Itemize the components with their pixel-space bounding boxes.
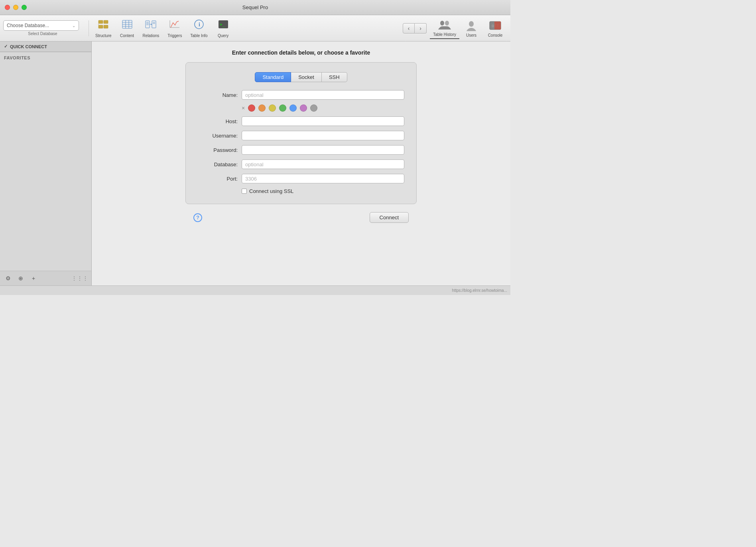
svg-rect-11 [146, 21, 150, 28]
clear-color-button[interactable]: × [242, 105, 245, 111]
color-dot-gray[interactable] [310, 104, 317, 112]
console-button[interactable]: off Console [483, 18, 507, 39]
sidebar-bottom: ⚙ ⊕ + ⋮⋮⋮ [0, 271, 91, 285]
structure-label: Structure [95, 33, 112, 38]
svg-rect-1 [104, 20, 108, 24]
database-selector-wrap: Choose Database... ⌄ Select Database [3, 20, 82, 36]
triggers-button[interactable]: Triggers [164, 18, 185, 39]
username-input[interactable] [242, 131, 404, 140]
query-icon: >_ [218, 19, 229, 32]
host-row: Host: [198, 116, 404, 126]
sidebar: ✓ QUICK CONNECT FAVORITES ⚙ ⊕ + ⋮⋮⋮ [0, 41, 92, 285]
query-label: Query [218, 33, 228, 38]
database-selector[interactable]: Choose Database... ⌄ [3, 20, 79, 31]
resize-handle[interactable]: ⋮⋮⋮ [71, 275, 88, 281]
content-header: Enter connection details below, or choos… [92, 41, 510, 62]
users-button[interactable]: Users [459, 18, 483, 39]
ssl-checkbox[interactable] [242, 189, 247, 194]
color-dot-blue[interactable] [289, 104, 297, 112]
add-db-button[interactable]: ⊕ [16, 274, 26, 283]
status-bar: https://blog.elrnr.se/howtoima... [0, 285, 510, 295]
host-input[interactable] [242, 116, 404, 126]
color-dot-yellow[interactable] [269, 104, 276, 112]
color-dot-purple[interactable] [300, 104, 307, 112]
tab-switcher: Standard Socket SSH [198, 72, 404, 82]
database-selector-label: Select Database [28, 31, 57, 36]
users-label: Users [466, 33, 476, 37]
structure-button[interactable]: Structure [92, 18, 115, 39]
checkmark-icon: ✓ [4, 44, 8, 49]
query-button[interactable]: >_ Query [213, 18, 234, 39]
name-row: Name: [198, 90, 404, 100]
ssl-row: Connect using SSL [242, 188, 404, 194]
add-button[interactable]: + [29, 274, 38, 283]
quick-connect-label: QUICK CONNECT [10, 44, 47, 49]
triggers-label: Triggers [167, 33, 182, 38]
add-db-icon: ⊕ [18, 275, 23, 281]
svg-rect-12 [152, 21, 156, 28]
content-button[interactable]: Content [116, 18, 138, 39]
connection-panel: Standard Socket SSH Name: × [185, 62, 417, 204]
svg-text:>_: >_ [220, 22, 225, 27]
gear-icon: ⚙ [6, 275, 11, 281]
tab-standard[interactable]: Standard [255, 72, 291, 82]
relations-icon [145, 19, 156, 32]
svg-point-28 [469, 21, 474, 27]
form-actions: ? Connect [185, 212, 417, 223]
structure-icon [98, 19, 109, 32]
relations-button[interactable]: Relations [140, 18, 163, 39]
close-button[interactable] [5, 5, 10, 10]
color-dot-orange[interactable] [258, 104, 266, 112]
nav-prev-button[interactable]: ‹ [403, 23, 415, 33]
content-area: Enter connection details below, or choos… [92, 41, 510, 285]
database-label: Database: [198, 161, 238, 167]
resize-icon: ⋮⋮⋮ [71, 275, 88, 281]
app-title: Sequel Pro [242, 4, 268, 10]
color-dot-red[interactable] [248, 104, 255, 112]
favorites-label: FAVORITES [0, 52, 91, 63]
database-selector-text: Choose Database... [7, 23, 49, 28]
port-input[interactable] [242, 174, 404, 183]
svg-point-26 [440, 21, 444, 26]
status-url: https://blog.elrnr.se/howtoima... [452, 288, 507, 293]
username-label: Username: [198, 133, 238, 139]
maximize-button[interactable] [22, 5, 27, 10]
name-input[interactable] [242, 90, 404, 100]
plus-icon: + [32, 275, 35, 281]
main-area: ✓ QUICK CONNECT FAVORITES ⚙ ⊕ + ⋮⋮⋮ Ente… [0, 41, 510, 285]
nav-next-button[interactable]: › [415, 23, 427, 33]
window-controls[interactable] [5, 5, 27, 10]
minimize-button[interactable] [13, 5, 18, 10]
svg-rect-0 [98, 20, 103, 24]
svg-point-27 [445, 21, 449, 26]
tableinfo-button[interactable]: i Table Info [187, 18, 211, 39]
help-button[interactable]: ? [193, 213, 202, 222]
triggers-icon [169, 19, 180, 32]
color-dot-green[interactable] [279, 104, 286, 112]
users-icon [438, 19, 451, 31]
console-label: Console [488, 33, 503, 37]
port-label: Port: [198, 176, 238, 182]
name-label: Name: [198, 92, 238, 98]
table-history-button[interactable]: Table History [430, 18, 459, 39]
console-icon: off [489, 21, 502, 32]
toolbar-right: ‹ › Table History Users [403, 18, 507, 39]
connection-form-wrap: Standard Socket SSH Name: × [92, 62, 510, 285]
table-history-label: Table History [433, 32, 456, 37]
database-input[interactable] [242, 159, 404, 169]
username-row: Username: [198, 131, 404, 140]
chevron-down-icon: ⌄ [72, 24, 75, 28]
gear-button[interactable]: ⚙ [3, 274, 13, 283]
tab-socket[interactable]: Socket [291, 72, 322, 82]
connect-button[interactable]: Connect [370, 212, 409, 223]
tab-ssh[interactable]: SSH [322, 72, 347, 82]
password-row: Password: [198, 145, 404, 155]
password-input[interactable] [242, 145, 404, 155]
svg-rect-32 [494, 22, 501, 30]
toolbar-right-items: Table History Users off Console [430, 18, 507, 39]
content-label: Content [120, 33, 134, 38]
host-label: Host: [198, 118, 238, 124]
quick-connect-header[interactable]: ✓ QUICK CONNECT [0, 41, 91, 52]
ssl-label: Connect using SSL [249, 188, 293, 194]
svg-text:i: i [199, 22, 200, 28]
